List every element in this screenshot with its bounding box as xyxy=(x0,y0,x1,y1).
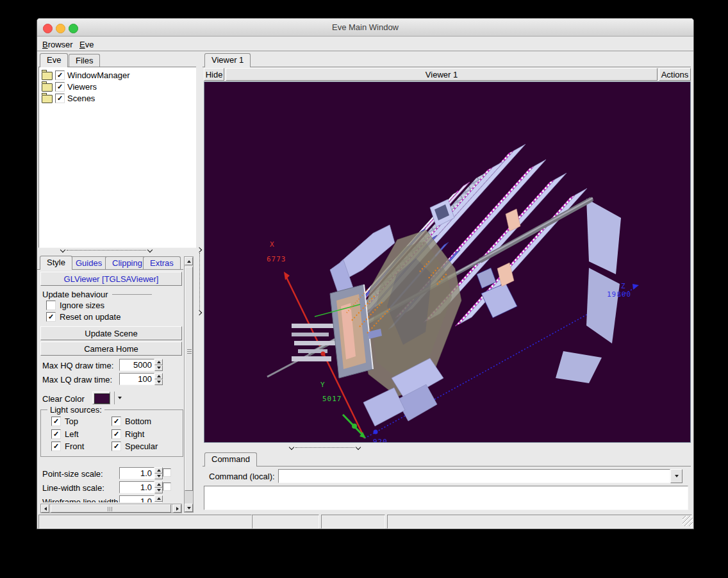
clear-color-dropdown[interactable] xyxy=(114,392,125,404)
light-right-checkbox[interactable]: ✓ xyxy=(112,429,121,439)
light-specular-row: ✓ Specular xyxy=(112,442,158,451)
light-left-checkbox[interactable]: ✓ xyxy=(51,429,61,439)
point-size-checkbox[interactable] xyxy=(163,468,171,477)
tree-checkbox[interactable]: ✓ xyxy=(55,94,65,103)
menu-browser[interactable]: Browser xyxy=(40,38,76,51)
spin-down-button[interactable] xyxy=(154,488,163,494)
max-lq-label: Max LQ draw time: xyxy=(42,375,112,384)
reset-on-update-row: ✓ Reset on update xyxy=(46,312,120,322)
max-hq-label: Max HQ draw time: xyxy=(42,361,113,370)
title-bar[interactable]: Eve Main Window xyxy=(37,19,693,37)
tab-command[interactable]: Command xyxy=(204,452,257,467)
line-width-spinner[interactable]: 1.0 xyxy=(119,481,163,493)
style-vscrollbar[interactable] xyxy=(184,256,194,513)
command-output[interactable] xyxy=(204,486,688,510)
splitter-arrow-icon xyxy=(356,445,361,450)
wireframe-label: Wireframe line-width xyxy=(42,497,118,502)
scroll-right-button[interactable] xyxy=(173,504,181,513)
command-input[interactable] xyxy=(278,469,670,483)
spin-down-button[interactable] xyxy=(154,502,163,503)
tab-guides[interactable]: Guides xyxy=(69,256,109,269)
light-right-row: ✓ Right xyxy=(112,429,144,439)
actions-button[interactable]: Actions xyxy=(659,68,691,81)
tab-extras[interactable]: Extras xyxy=(143,256,181,269)
max-hq-spinner[interactable]: 5000 xyxy=(119,359,163,371)
spin-down-button[interactable] xyxy=(154,365,163,372)
tab-style[interactable]: Style xyxy=(40,256,72,270)
light-front-checkbox[interactable]: ✓ xyxy=(51,442,61,451)
resize-grip[interactable] xyxy=(682,516,693,526)
splitter-arrow-icon xyxy=(197,310,202,315)
tab-divider xyxy=(203,67,691,67)
hscrollbar-thumb[interactable] xyxy=(51,504,171,513)
camera-home-button[interactable]: Camera Home xyxy=(40,342,182,356)
left-splitter-handle[interactable] xyxy=(61,248,152,253)
z-axis-label: Z xyxy=(621,282,626,290)
point-size-label: Point-size scale: xyxy=(42,469,103,479)
tree-checkbox[interactable]: ✓ xyxy=(55,70,65,80)
scroll-down-button[interactable] xyxy=(185,504,193,512)
eve-main-window: Eve Main Window Browser Eve Eve Files ✓ … xyxy=(37,18,694,529)
clear-color-swatch[interactable] xyxy=(92,392,110,404)
light-top-checkbox[interactable]: ✓ xyxy=(51,417,61,426)
tree-checkbox[interactable]: ✓ xyxy=(55,82,65,92)
point-size-spinner[interactable]: 1.0 xyxy=(119,467,163,479)
spin-up-button[interactable] xyxy=(154,495,163,502)
command-dropdown-button[interactable] xyxy=(670,469,682,483)
panel-splitter[interactable] xyxy=(196,53,203,513)
hide-button[interactable]: Hide xyxy=(204,68,224,81)
scroll-up-button[interactable] xyxy=(185,257,193,265)
tab-files[interactable]: Files xyxy=(69,54,100,67)
splitter-arrow-icon xyxy=(147,247,153,252)
command-splitter-handle[interactable] xyxy=(290,445,360,450)
folder-icon xyxy=(42,83,53,92)
spin-down-button[interactable] xyxy=(154,474,163,480)
tab-eve[interactable]: Eve xyxy=(40,53,68,67)
scroll-left-button[interactable] xyxy=(41,504,49,513)
light-specular-checkbox[interactable]: ✓ xyxy=(112,442,121,451)
chevron-down-icon xyxy=(675,475,679,477)
ignore-sizes-checkbox[interactable] xyxy=(46,301,56,310)
x-axis-value: 6773 xyxy=(267,255,286,263)
splitter-arrow-icon xyxy=(60,247,65,252)
max-lq-spinner[interactable]: 100 xyxy=(119,373,163,385)
light-sources-title: Light sources: xyxy=(47,405,104,415)
reset-on-update-checkbox[interactable]: ✓ xyxy=(46,312,56,322)
status-section-2 xyxy=(252,515,319,529)
glviewer-button[interactable]: GLViewer [TGLSAViewer] xyxy=(40,272,182,286)
folder-icon xyxy=(42,95,53,103)
command-local-label: Command (local): xyxy=(209,472,275,481)
tree-item-viewers[interactable]: ✓ Viewers xyxy=(42,81,97,92)
spin-up-button[interactable] xyxy=(154,467,163,474)
line-width-checkbox[interactable] xyxy=(163,483,171,491)
status-section-4 xyxy=(387,515,692,529)
spin-up-button[interactable] xyxy=(154,373,163,379)
splitter-dots xyxy=(67,250,146,251)
tab-divider xyxy=(203,466,691,467)
group-rule xyxy=(112,294,152,295)
spin-down-button[interactable] xyxy=(154,379,163,386)
ignore-sizes-row: Ignore sizes xyxy=(46,301,104,310)
tab-viewer-1[interactable]: Viewer 1 xyxy=(204,53,251,67)
status-section-3 xyxy=(321,515,385,529)
splitter-dots xyxy=(295,447,354,448)
eve-tree-list: ✓ WindowManager ✓ Viewers ✓ Scenes xyxy=(38,67,197,248)
viewer-title-bar[interactable]: Viewer 1 xyxy=(226,68,658,81)
style-hscrollbar[interactable] xyxy=(40,504,182,513)
y-axis-value: 5017 xyxy=(322,395,342,403)
x-axis-label: X xyxy=(270,240,275,249)
light-bottom-checkbox[interactable]: ✓ xyxy=(112,417,121,426)
tree-item-scenes[interactable]: ✓ Scenes xyxy=(42,93,95,104)
vscrollbar-thumb[interactable] xyxy=(185,267,193,491)
update-scene-button[interactable]: Update Scene xyxy=(40,326,182,340)
window-title: Eve Main Window xyxy=(37,22,693,32)
command-combobox[interactable] xyxy=(278,469,682,483)
gl-viewport[interactable]: X 6773 Y 5017 Z 19800 920 xyxy=(204,81,691,443)
spin-up-button[interactable] xyxy=(154,481,163,488)
wireframe-spinner[interactable]: 1.0 xyxy=(119,495,163,502)
splitter-arrow-icon xyxy=(197,247,202,252)
tree-item-windowmanager[interactable]: ✓ WindowManager xyxy=(42,70,130,81)
spin-up-button[interactable] xyxy=(154,359,163,365)
clear-color-label: Clear Color xyxy=(42,394,85,404)
menu-eve[interactable]: Eve xyxy=(77,38,96,51)
